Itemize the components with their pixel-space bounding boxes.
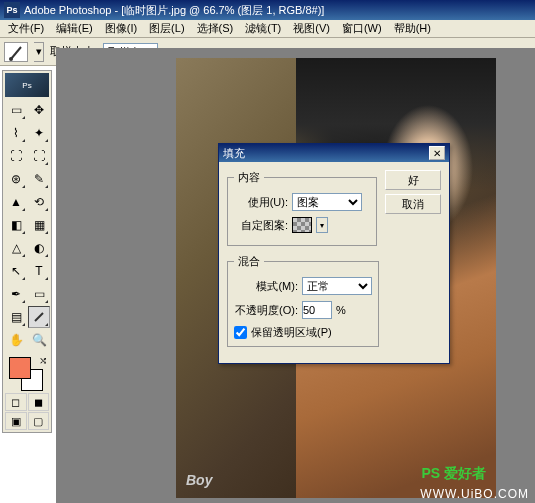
- pattern-swatch[interactable]: [292, 217, 312, 233]
- toolbox: Ps ▭ ✥ ⌇ ✦ ⛶ ⛶ ⊛ ✎ ▲ ⟲ ◧ ▦ △ ◐ ↖ T ✒ ▭ ▤…: [2, 70, 52, 433]
- preserve-transparency-label: 保留透明区域(P): [251, 325, 332, 340]
- dodge-tool[interactable]: ◐: [28, 237, 50, 259]
- ok-button[interactable]: 好: [385, 170, 441, 190]
- content-group: 内容 使用(U): 图案 自定图案: ▾: [227, 170, 377, 246]
- quickmask-mode-icon[interactable]: ◼: [28, 393, 50, 411]
- opacity-label: 不透明度(O):: [234, 303, 298, 318]
- color-swatches: ⤭: [5, 355, 49, 391]
- photoshop-logo-icon: Ps: [5, 73, 49, 97]
- heal-tool[interactable]: ⊛: [5, 168, 27, 190]
- opacity-suffix: %: [336, 304, 346, 316]
- watermark: WWW.UiBO.COM: [420, 487, 529, 501]
- notes-tool[interactable]: ▤: [5, 306, 27, 328]
- zoom-tool[interactable]: 🔍: [28, 329, 50, 351]
- canvas-logo-right: PS 爱好者: [421, 465, 486, 483]
- pattern-dropdown-icon[interactable]: ▾: [316, 217, 328, 233]
- menu-image[interactable]: 图像(I): [99, 19, 143, 38]
- close-icon[interactable]: ✕: [429, 146, 445, 160]
- screen-standard-icon[interactable]: ▣: [5, 412, 27, 430]
- slice-tool[interactable]: ⛶: [28, 145, 50, 167]
- use-select[interactable]: 图案: [292, 193, 362, 211]
- wand-tool[interactable]: ✦: [28, 122, 50, 144]
- screen-full-icon[interactable]: ▢: [28, 412, 50, 430]
- app-name: Adobe Photoshop: [24, 4, 111, 16]
- lasso-tool[interactable]: ⌇: [5, 122, 27, 144]
- svg-point-1: [9, 57, 13, 61]
- opacity-input[interactable]: [302, 301, 332, 319]
- app-icon: Ps: [4, 2, 20, 18]
- svg-line-2: [35, 313, 43, 321]
- blend-legend: 混合: [234, 254, 264, 269]
- swap-colors-icon[interactable]: ⤭: [39, 355, 47, 366]
- menu-help[interactable]: 帮助(H): [388, 19, 437, 38]
- blur-tool[interactable]: △: [5, 237, 27, 259]
- menu-filter[interactable]: 滤镜(T): [239, 19, 287, 38]
- history-brush-tool[interactable]: ⟲: [28, 191, 50, 213]
- menu-window[interactable]: 窗口(W): [336, 19, 388, 38]
- blend-group: 混合 模式(M): 正常 不透明度(O): % 保留透明区域(P): [227, 254, 379, 347]
- menu-edit[interactable]: 编辑(E): [50, 19, 99, 38]
- titlebar: Ps Adobe Photoshop - [临时图片.jpg @ 66.7% (…: [0, 0, 535, 20]
- hand-tool[interactable]: ✋: [5, 329, 27, 351]
- brush-tool[interactable]: ✎: [28, 168, 50, 190]
- canvas-logo-left: Boy: [186, 472, 212, 488]
- dialog-title-text: 填充: [223, 146, 429, 161]
- use-label: 使用(U):: [234, 195, 288, 210]
- content-legend: 内容: [234, 170, 264, 185]
- eraser-tool[interactable]: ◧: [5, 214, 27, 236]
- gradient-tool[interactable]: ▦: [28, 214, 50, 236]
- mode-select[interactable]: 正常: [302, 277, 372, 295]
- menu-select[interactable]: 选择(S): [191, 19, 240, 38]
- shape-tool[interactable]: ▭: [28, 283, 50, 305]
- move-tool[interactable]: ✥: [28, 99, 50, 121]
- crop-tool[interactable]: ⛶: [5, 145, 27, 167]
- menu-file[interactable]: 文件(F): [2, 19, 50, 38]
- custom-pattern-label: 自定图案:: [234, 218, 288, 233]
- document-title: [临时图片.jpg @ 66.7% (图层 1, RGB/8#)]: [121, 3, 324, 18]
- dialog-titlebar[interactable]: 填充 ✕: [219, 144, 449, 162]
- eyedropper-tool[interactable]: [28, 306, 50, 328]
- menu-view[interactable]: 视图(V): [287, 19, 336, 38]
- preserve-transparency-checkbox[interactable]: [234, 326, 247, 339]
- standard-mode-icon[interactable]: ◻: [5, 393, 27, 411]
- pen-tool[interactable]: ✒: [5, 283, 27, 305]
- menu-layer[interactable]: 图层(L): [143, 19, 190, 38]
- eyedropper-icon[interactable]: [4, 42, 28, 62]
- type-tool[interactable]: T: [28, 260, 50, 282]
- path-tool[interactable]: ↖: [5, 260, 27, 282]
- menubar: 文件(F) 编辑(E) 图像(I) 图层(L) 选择(S) 滤镜(T) 视图(V…: [0, 20, 535, 38]
- foreground-color[interactable]: [9, 357, 31, 379]
- svg-line-0: [11, 47, 21, 59]
- cancel-button[interactable]: 取消: [385, 194, 441, 214]
- tool-preset-dropdown[interactable]: ▾: [34, 42, 44, 62]
- marquee-tool[interactable]: ▭: [5, 99, 27, 121]
- fill-dialog: 填充 ✕ 好 取消 内容 使用(U): 图案 自定图案: ▾ 混合 模: [218, 143, 450, 364]
- stamp-tool[interactable]: ▲: [5, 191, 27, 213]
- mode-label: 模式(M):: [234, 279, 298, 294]
